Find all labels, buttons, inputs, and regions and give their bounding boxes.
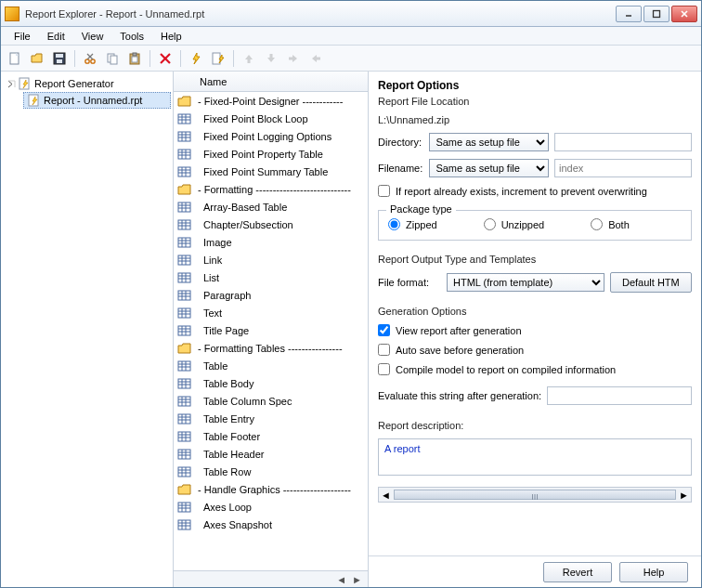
open-icon[interactable] (27, 48, 47, 69)
copy-icon[interactable] (102, 48, 123, 69)
scroll-left-icon[interactable]: ◄ (381, 490, 391, 501)
increment-label: If report already exists, increment to p… (396, 186, 647, 197)
list-item[interactable]: Array-Based Table (174, 198, 368, 216)
component-list-pane: Name - Fixed-Point Designer ------------… (174, 72, 369, 587)
list-item[interactable]: Table Column Spec (174, 392, 368, 410)
list-item-label: Chapter/Subsection (198, 219, 293, 230)
description-box[interactable]: A report (378, 438, 692, 476)
scroll-right-icon[interactable]: ► (679, 490, 689, 501)
grid-icon (177, 289, 192, 302)
gen-view-checkbox[interactable] (378, 324, 390, 336)
minimize-button[interactable] (616, 6, 642, 22)
svg-rect-87 (178, 379, 190, 388)
list-item-label: Fixed Point Property Table (198, 149, 323, 160)
list-item-label: Fixed Point Block Loop (198, 113, 308, 124)
package-radio-unzipped[interactable] (484, 218, 496, 230)
default-template-button[interactable]: Default HTM (610, 272, 692, 293)
filename-select[interactable]: Same as setup file (429, 159, 549, 177)
fileformat-select[interactable]: HTML (from template) (447, 273, 604, 292)
list-item[interactable]: Table Row (174, 463, 368, 480)
menu-help[interactable]: Help (153, 29, 189, 44)
menu-edit[interactable]: Edit (40, 29, 72, 44)
package-radio-both[interactable] (591, 218, 603, 230)
gen-autosave-checkbox[interactable] (378, 344, 390, 356)
gen-autosave-check[interactable]: Auto save before generation (378, 344, 692, 356)
component-list[interactable]: - Fixed-Point Designer ------------Fixed… (174, 92, 368, 570)
arrow-left-icon (306, 48, 326, 69)
gen-compile-check[interactable]: Compile model to report on compiled info… (378, 363, 692, 375)
list-item-label: Table Row (198, 466, 251, 477)
cut-icon[interactable] (80, 48, 100, 69)
desc-label: Report description: (378, 420, 692, 431)
package-radio-zipped[interactable] (388, 218, 400, 230)
list-item-label: Fixed Point Logging Options (198, 131, 332, 142)
list-item[interactable]: Paragraph (174, 286, 368, 304)
grid-icon (177, 254, 192, 267)
list-item[interactable]: Chapter/Subsection (174, 216, 368, 233)
list-item-label: - Handle Graphics -------------------- (198, 484, 351, 495)
h-scrollbar[interactable]: ◄ III ► (378, 487, 692, 503)
tree-caret-icon[interactable] (6, 79, 16, 88)
delete-icon[interactable] (155, 48, 176, 69)
list-item[interactable]: Fixed Point Summary Table (174, 163, 368, 180)
scroll-thumb[interactable]: III (394, 490, 676, 500)
save-icon[interactable] (49, 48, 70, 69)
list-item[interactable]: Axes Snapshot (174, 516, 368, 533)
list-folder[interactable]: - Handle Graphics -------------------- (174, 480, 368, 498)
package-zipped[interactable]: Zipped (388, 218, 437, 230)
svg-rect-97 (178, 414, 190, 424)
tree-root[interactable]: Report Generator (3, 75, 171, 92)
package-both[interactable]: Both (591, 218, 630, 230)
list-folder[interactable]: - Formatting ---------------------------… (174, 180, 368, 198)
list-item[interactable]: Table Header (174, 445, 368, 463)
list-item[interactable]: Fixed Point Block Loop (174, 110, 368, 127)
list-item[interactable]: Fixed Point Property Table (174, 145, 368, 163)
menu-view[interactable]: View (74, 29, 111, 44)
list-item[interactable]: Text (174, 304, 368, 321)
toolbar (1, 46, 701, 72)
grid-icon (177, 430, 192, 443)
footer-left-icon[interactable]: ◄ (336, 574, 346, 585)
directory-select[interactable]: Same as setup file (429, 133, 549, 151)
list-item[interactable]: Link (174, 251, 368, 268)
svg-rect-1 (654, 10, 660, 17)
new-icon[interactable] (5, 48, 25, 69)
package-unzipped[interactable]: Unzipped (484, 218, 544, 230)
tree-child[interactable]: Report - Unnamed.rpt (23, 92, 171, 109)
list-item[interactable]: Table Body (174, 374, 368, 392)
list-item[interactable]: Table Footer (174, 427, 368, 445)
list-item[interactable]: Image (174, 233, 368, 251)
list-item[interactable]: Axes Loop (174, 498, 368, 516)
bolt-icon[interactable] (186, 48, 206, 69)
list-folder[interactable]: - Formatting Tables ---------------- (174, 339, 368, 357)
grid-icon (177, 412, 192, 425)
grid-icon (177, 377, 192, 390)
list-item[interactable]: Table (174, 357, 368, 374)
menu-file[interactable]: File (6, 29, 38, 44)
gen-compile-checkbox[interactable] (378, 363, 390, 375)
increment-checkbox[interactable] (378, 185, 390, 197)
menu-tools[interactable]: Tools (112, 29, 151, 44)
bolt-page-icon[interactable] (208, 48, 228, 69)
list-item[interactable]: Table Entry (174, 410, 368, 427)
eval-input[interactable] (547, 386, 692, 405)
list-header[interactable]: Name (174, 72, 368, 92)
revert-button[interactable]: Revert (543, 562, 612, 582)
grid-icon (177, 395, 192, 408)
filename-input[interactable] (554, 159, 692, 177)
maximize-button[interactable] (644, 6, 670, 22)
list-item-label: Title Page (198, 325, 249, 336)
list-item[interactable]: Title Page (174, 321, 368, 339)
list-folder[interactable]: - Fixed-Point Designer ------------ (174, 92, 368, 110)
svg-rect-19 (213, 53, 220, 64)
directory-input[interactable] (554, 133, 692, 151)
close-button[interactable] (671, 6, 697, 22)
help-button[interactable]: Help (619, 562, 688, 582)
list-item[interactable]: List (174, 268, 368, 286)
svg-rect-22 (178, 114, 190, 124)
footer-right-icon[interactable]: ► (352, 574, 362, 585)
increment-check[interactable]: If report already exists, increment to p… (378, 185, 692, 197)
list-item[interactable]: Fixed Point Logging Options (174, 127, 368, 145)
gen-view-check[interactable]: View report after generation (378, 324, 692, 336)
paste-icon[interactable] (124, 48, 145, 69)
